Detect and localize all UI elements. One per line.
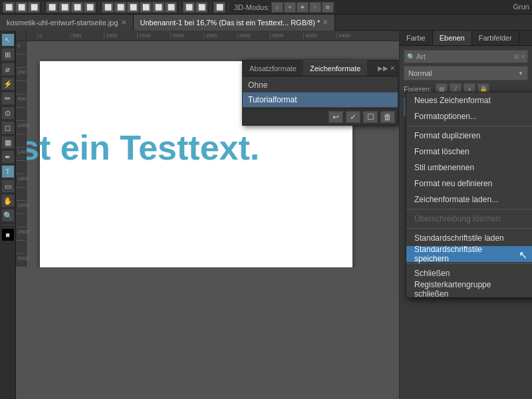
tool-crop[interactable]: ⊞ — [1, 48, 15, 61]
menu-icon-15[interactable]: ⬜ — [196, 2, 207, 13]
ruler-h-ticks: 0 500 1000 1500 2000 2500 3000 3500 4000… — [37, 33, 370, 39]
tab-unbenannt-close[interactable]: ✕ — [323, 19, 328, 26]
footer-btn-delete[interactable]: 🗑 — [380, 111, 395, 123]
mode-icon-5[interactable]: ≋ — [322, 2, 334, 13]
menu-icon-3[interactable]: ⬜ — [28, 2, 40, 13]
format-panel: Absatzformate Zeichenformate ▶▶ ✕ Ohne T… — [242, 60, 398, 126]
menu-icon-12[interactable]: ⬜ — [152, 2, 164, 13]
tool-zoom[interactable]: 🔍 — [1, 209, 15, 222]
blend-mode-row: Normal ▼ — [404, 66, 528, 80]
panel-tabs: Farbe Ebenen Farbfelder — [400, 31, 532, 46]
ruler-h: 0 500 1000 1500 2000 2500 3000 3500 4000… — [27, 31, 399, 41]
tool-shape[interactable]: ▭ — [1, 180, 15, 193]
tool-gradient[interactable]: ▦ — [1, 136, 15, 149]
menu-icon-10[interactable]: ⬜ — [127, 2, 139, 13]
mode-icon-4[interactable]: ↑ — [309, 2, 321, 13]
ctx-format-duplizieren[interactable]: Format duplizieren — [406, 128, 532, 144]
blend-mode-select[interactable]: Normal ▼ — [404, 66, 528, 80]
format-item-ohne[interactable]: Ohne — [243, 78, 398, 92]
tab-kosmetik-close[interactable]: ✕ — [121, 19, 126, 26]
tab-zeichenformate[interactable]: Zeichenformate — [303, 61, 367, 76]
top-right-label: Grun — [513, 3, 529, 11]
footer-btn-confirm[interactable]: ✓ — [346, 111, 360, 123]
panel-close-icon[interactable]: ✕ — [390, 65, 395, 72]
tab-bar: kosmetik-uhl-entwurf-startseite.jpg ✕ Un… — [0, 15, 532, 31]
format-list: Ohne Tutorialformat — [243, 76, 398, 108]
menu-icon-14[interactable]: ⬜ — [183, 2, 195, 13]
top-menubar: ⬜ ⬜ ⬜ ⬜ ⬜ ⬜ ⬜ ⬜ ⬜ ⬜ ⬜ ⬜ ⬜ ⬜ ⬜ ⬜ 3D-Modus… — [0, 0, 532, 15]
tool-lasso[interactable]: ⌀ — [1, 63, 15, 76]
footer-btn-new[interactable]: ☐ — [363, 111, 378, 123]
menu-icon-4[interactable]: ⬜ — [46, 2, 58, 13]
menu-icon-5[interactable]: ⬜ — [59, 2, 70, 13]
mode-icon-1[interactable]: ○ — [271, 2, 283, 13]
menu-icon-7[interactable]: ⬜ — [84, 2, 96, 13]
tab-unbenannt[interactable]: Unbenannt-1 bei 16,7% (Das ist ein Testt… — [134, 15, 336, 31]
search-icons-right: ⊞ ≡ — [514, 53, 525, 60]
ctx-zeichenformate-laden[interactable]: Zeichenformate laden... — [406, 192, 532, 207]
footer-btn-undo[interactable]: ↩ — [329, 111, 343, 123]
tool-pen[interactable]: ✒ — [1, 150, 15, 164]
menu-icon-11[interactable]: ⬜ — [140, 2, 152, 13]
search-input[interactable]: Art — [416, 53, 514, 61]
panel-tab-ebenen[interactable]: Ebenen — [433, 31, 472, 45]
panel-tab-farbfelder[interactable]: Farbfelder — [472, 31, 519, 45]
mode-icon-2[interactable]: + — [284, 2, 296, 13]
format-item-ohne-label: Ohne — [248, 80, 267, 90]
format-panel-footer: ↩ ✓ ☐ 🗑 — [243, 108, 398, 125]
menu-icon-13[interactable]: ⬜ — [165, 2, 177, 13]
panel-tab-farbe[interactable]: Farbe — [400, 31, 433, 45]
tool-select[interactable]: ↖ — [1, 33, 15, 47]
ctx-stil-umbenennen[interactable]: Stil umbenennen — [406, 160, 532, 176]
tab-absatzformate[interactable]: Absatzformate — [243, 61, 303, 76]
ctx-ueberschreibung-loeschen: Überschreibung löschen — [406, 211, 532, 227]
ctx-formatoptionen[interactable]: Formatoptionen... — [406, 108, 532, 124]
ruler-tick-4400: 4400 — [336, 33, 370, 39]
cursor-icon: ↖ — [519, 249, 527, 259]
tool-magic[interactable]: ⚡ — [1, 77, 15, 90]
tool-fg-color[interactable]: ■ — [1, 228, 15, 241]
ctx-sep-2 — [406, 209, 532, 209]
tab-unbenannt-label: Unbenannt-1 bei 16,7% (Das ist ein Testt… — [140, 19, 321, 27]
corner-square — [16, 31, 27, 41]
blend-mode-arrow: ▼ — [518, 70, 523, 76]
ctx-format-loeschen[interactable]: Format löschen — [406, 144, 532, 160]
ruler-tick-1000: 1000 — [104, 33, 137, 39]
ctx-format-neu-definieren[interactable]: Format neu definieren — [406, 176, 532, 192]
ctx-standardschriftstile-speichern[interactable]: Standardschriftstile speichern ↖ — [406, 246, 532, 262]
ctx-neues-zeichenformat[interactable]: Neues Zeichenformat — [406, 92, 532, 108]
ctx-standardschriftstile-speichern-label: Standardschriftstile speichern — [414, 245, 519, 263]
blend-mode-value: Normal — [408, 69, 432, 77]
tool-text[interactable]: T — [1, 165, 15, 178]
tool-hand[interactable]: ✋ — [1, 194, 15, 207]
menu-icon-8[interactable]: ⬜ — [102, 2, 114, 13]
menu-icon-16[interactable]: ⬜ — [213, 2, 225, 13]
ruler-tick-1500: 1500 — [137, 33, 170, 39]
ctx-sep-4 — [406, 263, 532, 264]
search-row[interactable]: 🔍 Art ⊞ ≡ — [404, 50, 528, 63]
ruler-tick-2500: 2500 — [203, 33, 237, 39]
ruler-tick-4000: 4000 — [303, 33, 336, 39]
search-icon: 🔍 — [407, 53, 415, 61]
format-panel-icons: ▶▶ ✕ — [378, 65, 395, 72]
tool-brush[interactable]: ✏ — [1, 92, 15, 105]
menu-icon-2[interactable]: ⬜ — [15, 2, 27, 13]
menu-icon-6[interactable]: ⬜ — [71, 2, 83, 13]
ruler-tick-2000: 2000 — [170, 33, 203, 39]
mode-icon-3[interactable]: ✦ — [297, 2, 309, 13]
tab-kosmetik[interactable]: kosmetik-uhl-entwurf-startseite.jpg ✕ — [0, 15, 134, 31]
ctx-registerkartengruppe-schliessen[interactable]: Registerkartengruppe schließen — [406, 281, 532, 297]
left-toolbar: ↖ ⊞ ⌀ ⚡ ✏ ⊙ ◻ ▦ ✒ T ▭ ✋ 🔍 ■ — [0, 31, 16, 399]
format-item-tutorialformat[interactable]: Tutorialformat — [243, 92, 398, 107]
menu-icon-9[interactable]: ⬜ — [114, 2, 126, 13]
ruler-tick-0: 0 — [37, 33, 70, 39]
format-item-tutorialformat-label: Tutorialformat — [248, 95, 297, 104]
menu-icon-1[interactable]: ⬜ — [3, 2, 15, 13]
tool-stamp[interactable]: ⊙ — [1, 106, 15, 120]
ruler-v: 0 200 600 1000 1400 1800 2200 2600 3000 — [16, 41, 27, 267]
ctx-schliessen[interactable]: Schließen — [406, 265, 532, 281]
tool-eraser[interactable]: ◻ — [1, 121, 15, 134]
format-panel-tabs: Absatzformate Zeichenformate ▶▶ ✕ — [243, 61, 398, 76]
panel-menu-icon[interactable]: ▶▶ — [378, 65, 388, 72]
ctx-standardschriftstile-laden[interactable]: Standardschriftstile laden — [406, 230, 532, 246]
